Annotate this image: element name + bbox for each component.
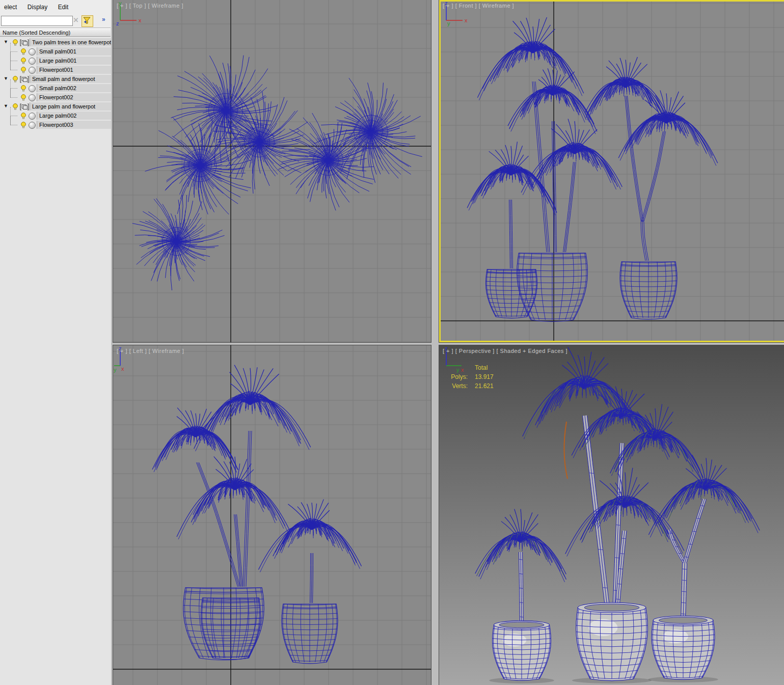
viewport-front[interactable]: [ + ] [ Front ] [ Wireframe ] zxy xyxy=(439,0,784,342)
expand-triangle-icon[interactable]: ▼ xyxy=(4,76,8,81)
tree-object-row[interactable]: Flowerpot002 xyxy=(0,93,111,102)
svg-text:x: x xyxy=(465,17,468,23)
object-label[interactable]: Flowerpot001 xyxy=(37,66,111,74)
viewport-canvas xyxy=(439,0,784,342)
viewport-canvas xyxy=(113,0,431,342)
viewport-front-label[interactable]: [ + ] [ Front ] [ Wireframe ] xyxy=(443,3,514,9)
tree-connector xyxy=(10,116,17,125)
viewport-area: [ + ] [ Top ] [ Wireframe ] yxz [ + ] [ … xyxy=(111,0,784,685)
tree-connector xyxy=(10,43,17,52)
object-label[interactable]: Small palm002 xyxy=(37,84,111,92)
tree-connector xyxy=(10,107,17,116)
search-row: ✕ » xyxy=(0,14,111,28)
funnel-icon xyxy=(82,16,92,25)
stats-polys-label: Polys: xyxy=(445,373,475,382)
group-label[interactable]: Small palm and flowerpot xyxy=(30,75,111,83)
search-input[interactable] xyxy=(1,16,73,26)
tree-object-row[interactable]: Flowerpot001 xyxy=(0,65,111,74)
tree-connector xyxy=(10,52,17,61)
svg-text:y: y xyxy=(114,367,117,373)
svg-text:x: x xyxy=(121,366,124,372)
viewport-canvas xyxy=(113,345,431,685)
tree-object-row[interactable]: Flowerpot003 xyxy=(0,120,111,129)
group-label[interactable]: Two palm trees in one flowerpot xyxy=(30,38,111,46)
object-icon xyxy=(29,94,36,101)
svg-text:y: y xyxy=(447,20,450,26)
object-label[interactable]: Small palm001 xyxy=(37,47,111,56)
viewport-left[interactable]: [ + ] [ Left ] [ Wireframe ] zyx xyxy=(113,345,431,685)
object-icon xyxy=(29,67,36,74)
object-label[interactable]: Flowerpot003 xyxy=(37,121,111,129)
object-icon xyxy=(29,122,36,129)
statistics-overlay: Total Polys: 13.917 Verts: 21.621 xyxy=(445,364,494,391)
tree-connector xyxy=(10,89,17,98)
viewport-top[interactable]: [ + ] [ Top ] [ Wireframe ] yxz xyxy=(113,0,431,342)
stats-polys-value: 13.917 xyxy=(475,373,494,382)
viewport-top-label[interactable]: [ + ] [ Top ] [ Wireframe ] xyxy=(117,3,183,9)
menu-bar: elect Display Edit Customize xyxy=(0,0,111,14)
tree-connector xyxy=(10,79,17,89)
menu-display[interactable]: Display xyxy=(23,0,51,11)
group-label[interactable]: Large palm and flowerpot xyxy=(30,102,111,111)
object-icon xyxy=(29,58,36,65)
scene-explorer-panel: elect Display Edit Customize ✕ » Name (S… xyxy=(0,0,112,685)
object-icon xyxy=(29,48,36,56)
object-icon xyxy=(29,85,36,92)
svg-text:x: x xyxy=(139,17,142,23)
menu-select[interactable]: elect xyxy=(0,0,21,11)
clear-search-icon[interactable]: ✕ xyxy=(72,16,80,24)
stats-total-label: Total xyxy=(475,364,494,373)
stats-verts-label: Verts: xyxy=(445,382,475,391)
scene-tree: ▼Two palm trees in one flowerpotSmall pa… xyxy=(0,38,111,129)
filter-button[interactable] xyxy=(82,15,93,27)
menu-edit[interactable]: Edit xyxy=(54,0,73,11)
viewport-canvas xyxy=(439,345,784,685)
overflow-chevron[interactable]: » xyxy=(102,16,105,23)
viewport-left-label[interactable]: [ + ] [ Left ] [ Wireframe ] xyxy=(117,348,184,354)
lightbulb-icon[interactable] xyxy=(20,121,27,131)
viewport-perspective-label[interactable]: [ + ] [ Perspective ] [ Shaded + Edged F… xyxy=(443,348,567,354)
object-icon xyxy=(29,113,36,120)
column-header-name[interactable]: Name (Sorted Descending) xyxy=(0,28,111,37)
stats-verts-value: 21.621 xyxy=(475,382,494,391)
object-label[interactable]: Flowerpot002 xyxy=(37,93,111,101)
viewport-perspective[interactable]: [ + ] [ Perspective ] [ Shaded + Edged F… xyxy=(439,345,784,685)
object-label[interactable]: Large palm001 xyxy=(37,57,111,65)
expand-triangle-icon[interactable]: ▼ xyxy=(4,39,8,44)
expand-triangle-icon[interactable]: ▼ xyxy=(4,103,8,108)
object-label[interactable]: Large palm002 xyxy=(37,112,111,120)
tree-connector xyxy=(10,61,17,70)
svg-text:z: z xyxy=(116,20,119,26)
